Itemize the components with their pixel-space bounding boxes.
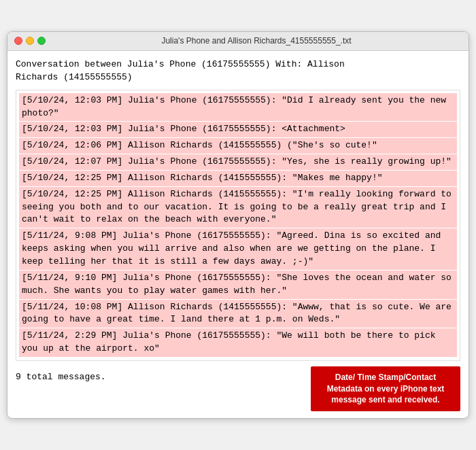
message-item: [5/11/24, 2:29 PM] Julia's Phone (161755…	[19, 328, 457, 357]
traffic-lights	[14, 37, 46, 45]
content-area: Conversation between Julia's Phone (1617…	[7, 51, 469, 419]
message-item: [5/10/24, 12:07 PM] Julia's Phone (16175…	[19, 154, 457, 170]
close-button[interactable]	[14, 37, 22, 45]
message-item: [5/10/24, 12:06 PM] Allison Richards (14…	[19, 138, 457, 154]
app-window: Julia's Phone and Allison Richards_41555…	[7, 31, 469, 419]
window-title: Julia's Phone and Allison Richards_41555…	[51, 36, 462, 46]
footer: 9 total messages. Date/ Time Stamp/Conta…	[16, 366, 460, 411]
maximize-button[interactable]	[37, 37, 46, 45]
conversation-header: Conversation between Julia's Phone (1617…	[16, 58, 460, 84]
header-line2: Richards (14155555555)	[16, 72, 133, 82]
message-item: [5/10/24, 12:03 PM] Julia's Phone (16175…	[19, 93, 457, 122]
title-bar: Julia's Phone and Allison Richards_41555…	[7, 32, 469, 51]
message-item: [5/11/24, 9:08 PM] Julia's Phone (161755…	[19, 228, 457, 270]
message-item: [5/11/24, 9:10 PM] Julia's Phone (161755…	[19, 271, 457, 299]
message-item: [5/10/24, 12:25 PM] Allison Richards (14…	[19, 171, 457, 186]
minimize-button[interactable]	[26, 37, 34, 45]
header-line1: Conversation between Julia's Phone (1617…	[16, 59, 345, 69]
message-item: [5/10/24, 12:25 PM] Allison Richards (14…	[19, 187, 457, 228]
annotation-box: Date/ Time Stamp/Contact Metadata on eve…	[311, 366, 460, 411]
message-item: [5/11/24, 10:08 PM] Allison Richards (14…	[19, 300, 457, 328]
messages-container: [5/10/24, 12:03 PM] Julia's Phone (16175…	[16, 90, 460, 361]
message-item: [5/10/24, 12:03 PM] Julia's Phone (16175…	[19, 122, 457, 137]
total-count: 9 total messages.	[16, 366, 106, 384]
